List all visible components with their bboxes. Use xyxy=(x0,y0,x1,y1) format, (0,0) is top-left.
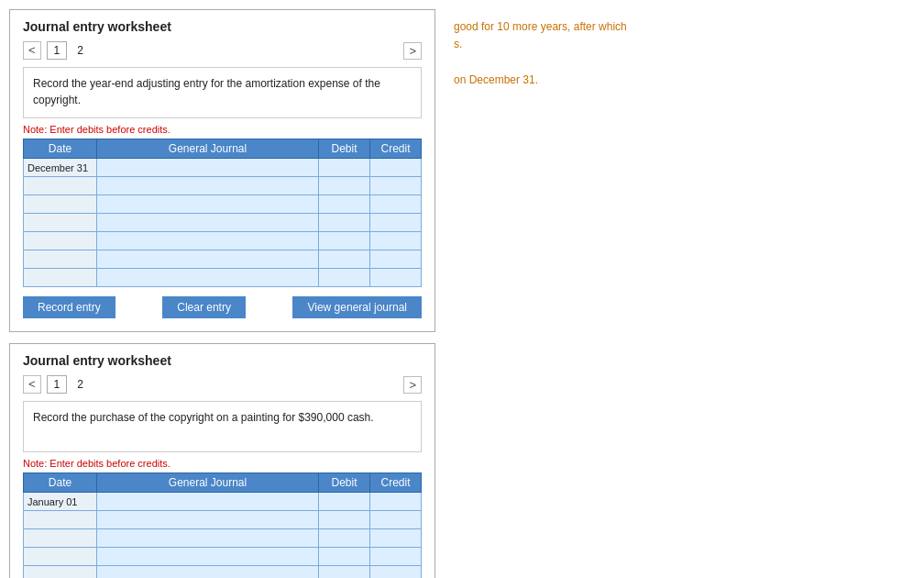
input-debit-1-1[interactable] xyxy=(323,181,366,192)
input-journal-1-0[interactable] xyxy=(101,162,314,173)
input-debit-2-1[interactable] xyxy=(323,515,366,526)
cell-credit-1-2[interactable] xyxy=(370,195,422,214)
input-credit-2-0[interactable] xyxy=(374,496,417,507)
table-row: December 31 xyxy=(24,159,422,177)
input-debit-1-3[interactable] xyxy=(323,217,366,228)
input-debit-2-0[interactable] xyxy=(323,496,366,507)
cell-credit-2-4[interactable] xyxy=(370,566,422,579)
cell-date-1-0: December 31 xyxy=(24,159,97,177)
cell-debit-2-0[interactable] xyxy=(319,493,370,511)
col-header-date-2: Date xyxy=(24,473,97,493)
input-credit-1-3[interactable] xyxy=(374,217,417,228)
cell-journal-2-0[interactable] xyxy=(97,493,319,511)
cell-debit-1-3[interactable] xyxy=(319,214,370,232)
cell-debit-1-1[interactable] xyxy=(319,177,370,195)
input-journal-1-2[interactable] xyxy=(101,199,314,210)
input-journal-2-3[interactable] xyxy=(101,551,314,562)
record-entry-btn-1[interactable]: Record entry xyxy=(23,296,116,318)
input-journal-1-4[interactable] xyxy=(101,236,314,247)
table-row xyxy=(24,529,422,548)
input-journal-2-4[interactable] xyxy=(101,570,314,579)
worksheet-card-1: Journal entry worksheet < 1 2 > Record t… xyxy=(9,9,435,332)
cell-debit-2-4[interactable] xyxy=(319,566,370,579)
input-debit-1-6[interactable] xyxy=(323,272,366,283)
input-journal-1-5[interactable] xyxy=(101,254,314,265)
clear-entry-btn-1[interactable]: Clear entry xyxy=(162,296,246,318)
cell-credit-1-6[interactable] xyxy=(370,269,422,287)
cell-credit-2-0[interactable] xyxy=(370,493,422,511)
cell-credit-1-5[interactable] xyxy=(370,250,422,269)
view-journal-btn-1[interactable]: View general journal xyxy=(292,296,422,318)
cell-credit-1-0[interactable] xyxy=(370,159,422,177)
cell-journal-1-3[interactable] xyxy=(97,214,319,232)
page-container: Journal entry worksheet < 1 2 > Record t… xyxy=(0,0,924,578)
input-journal-2-2[interactable] xyxy=(101,533,314,544)
cell-journal-2-4[interactable] xyxy=(97,566,319,579)
nav-right-btn-1[interactable]: > xyxy=(403,42,422,60)
input-credit-2-4[interactable] xyxy=(374,570,417,579)
cell-journal-2-1[interactable] xyxy=(97,511,319,529)
cell-journal-1-5[interactable] xyxy=(97,250,319,269)
cell-debit-1-6[interactable] xyxy=(319,269,370,287)
input-credit-1-2[interactable] xyxy=(374,199,417,210)
cell-journal-1-6[interactable] xyxy=(97,269,319,287)
table-row xyxy=(24,566,422,579)
input-credit-2-2[interactable] xyxy=(374,533,417,544)
cell-credit-1-3[interactable] xyxy=(370,214,422,232)
worksheet-card-2: Journal entry worksheet < 1 2 > Record t… xyxy=(9,343,435,578)
cell-credit-2-1[interactable] xyxy=(370,511,422,529)
input-journal-1-3[interactable] xyxy=(101,217,314,228)
cell-debit-1-4[interactable] xyxy=(319,232,370,250)
input-credit-2-3[interactable] xyxy=(374,551,417,562)
cell-credit-2-3[interactable] xyxy=(370,548,422,566)
col-header-credit-1: Credit xyxy=(370,139,422,159)
cell-journal-2-3[interactable] xyxy=(97,548,319,566)
cell-debit-1-5[interactable] xyxy=(319,250,370,269)
input-credit-1-4[interactable] xyxy=(374,236,417,247)
col-header-debit-2: Debit xyxy=(319,473,370,493)
nav-right-btn-2[interactable]: > xyxy=(403,376,422,394)
sidebar-line2: s. xyxy=(454,36,906,53)
cell-debit-1-0[interactable] xyxy=(319,159,370,177)
table-row xyxy=(24,177,422,195)
input-debit-2-3[interactable] xyxy=(323,551,366,562)
button-row-1: Record entry Clear entry View general jo… xyxy=(23,296,422,318)
input-debit-2-4[interactable] xyxy=(323,570,366,579)
cell-credit-1-1[interactable] xyxy=(370,177,422,195)
instruction-text-2: Record the purchase of the copyright on … xyxy=(33,411,374,424)
nav-left-btn-2[interactable]: < xyxy=(23,375,41,394)
cell-journal-1-1[interactable] xyxy=(97,177,319,195)
input-credit-1-6[interactable] xyxy=(374,272,417,283)
input-debit-2-2[interactable] xyxy=(323,533,366,544)
cell-journal-2-2[interactable] xyxy=(97,529,319,548)
input-credit-1-1[interactable] xyxy=(374,181,417,192)
cell-date-1-2 xyxy=(24,195,97,214)
nav-left-btn-1[interactable]: < xyxy=(23,41,41,60)
cell-debit-2-2[interactable] xyxy=(319,529,370,548)
nav-row-1: < 1 2 > xyxy=(23,41,422,60)
input-journal-1-1[interactable] xyxy=(101,181,314,192)
col-header-journal-2: General Journal xyxy=(97,473,319,493)
input-journal-2-1[interactable] xyxy=(101,515,314,526)
table-row xyxy=(24,232,422,250)
cell-credit-2-2[interactable] xyxy=(370,529,422,548)
input-journal-1-6[interactable] xyxy=(101,272,314,283)
cell-journal-1-4[interactable] xyxy=(97,232,319,250)
input-debit-1-2[interactable] xyxy=(323,199,366,210)
col-header-credit-2: Credit xyxy=(370,473,422,493)
table-row xyxy=(24,511,422,529)
nav-page-inactive-1: 2 xyxy=(72,42,88,59)
input-debit-1-4[interactable] xyxy=(323,236,366,247)
cell-credit-1-4[interactable] xyxy=(370,232,422,250)
input-credit-2-1[interactable] xyxy=(374,515,417,526)
input-credit-1-0[interactable] xyxy=(374,162,417,173)
input-debit-1-5[interactable] xyxy=(323,254,366,265)
cell-journal-1-0[interactable] xyxy=(97,159,319,177)
input-journal-2-0[interactable] xyxy=(101,496,314,507)
input-credit-1-5[interactable] xyxy=(374,254,417,265)
cell-debit-1-2[interactable] xyxy=(319,195,370,214)
cell-debit-2-1[interactable] xyxy=(319,511,370,529)
input-debit-1-0[interactable] xyxy=(323,162,366,173)
cell-debit-2-3[interactable] xyxy=(319,548,370,566)
cell-journal-1-2[interactable] xyxy=(97,195,319,214)
